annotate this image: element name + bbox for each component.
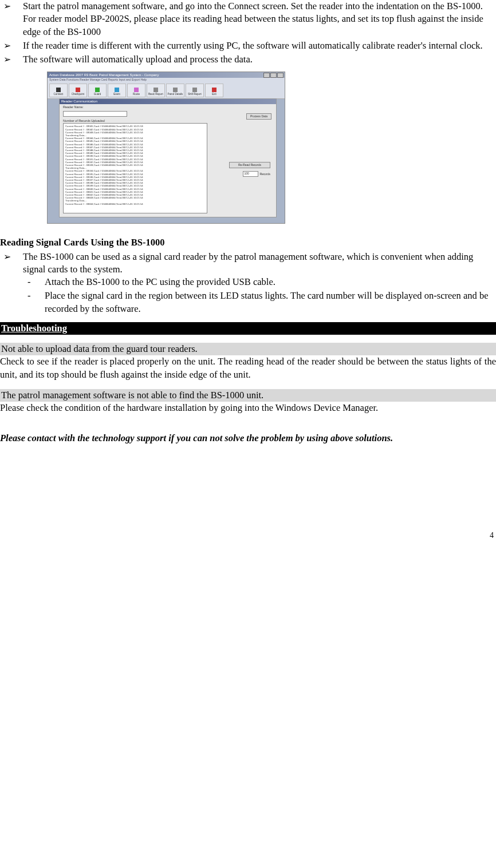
list-item: If the reader time is different with the… [23, 39, 496, 52]
closing-note: Please contact with the technology suppo… [0, 432, 496, 445]
close-icon[interactable] [277, 73, 284, 78]
toolbar: Connect Checkpoint Guard Event Route Bas… [48, 82, 285, 99]
toolbar-label: Event [113, 93, 120, 96]
log-list[interactable]: Current Record # : 33581;Card #:55666406… [63, 123, 207, 213]
toolbar-guard[interactable]: Guard [88, 84, 107, 97]
window-title: Action Database 2007 R3 Basic Patrol Man… [49, 73, 159, 77]
bullet-list-reading: The BS-1000 can be used as a signal card… [0, 251, 496, 315]
event-icon [115, 88, 119, 92]
ts-answer-1: Check to see if the reader is placed pro… [0, 355, 496, 381]
list-item: The BS-1000 can be used as a signal card… [23, 251, 496, 315]
shift-icon [192, 88, 197, 92]
process-data-button[interactable]: Process Data [246, 113, 271, 120]
records-uploaded-label: Number of Records Uploaded [63, 119, 105, 123]
toolbar-label: Connect [54, 93, 64, 96]
list-item: Place the signal card in the region betw… [45, 290, 496, 315]
reread-button[interactable]: Re-Read Records [229, 162, 270, 168]
app-screenshot: Action Database 2007 R3 Basic Patrol Man… [47, 72, 496, 224]
ts-question-2: The patrol management software is not ab… [0, 389, 496, 402]
dialog-title: Reader Communication [60, 99, 276, 104]
toolbar-basic-report[interactable]: Basic Report [147, 84, 165, 97]
toolbar-label: Guard [94, 93, 101, 96]
toolbar-label: Checkpoint [72, 93, 85, 96]
toolbar-label: Basic Report [148, 93, 163, 96]
menu-bar[interactable]: System Data Functions Reader Manage Card… [48, 78, 285, 82]
connect-icon [56, 88, 61, 92]
toolbar-shift-report[interactable]: Shift Report [186, 84, 204, 97]
guard-icon [95, 88, 100, 92]
toolbar-label: Shift Report [188, 93, 202, 96]
checkpoint-icon [76, 88, 80, 92]
route-icon [134, 88, 139, 92]
page-number: 4 [0, 530, 496, 541]
window-titlebar: Action Database 2007 R3 Basic Patrol Man… [48, 72, 285, 78]
list-item: Attach the BS-1000 to the PC using the p… [45, 276, 496, 288]
document-page: Start the patrol management software, an… [0, 0, 496, 558]
ts-question-1: Not able to upload data from the guard t… [0, 343, 496, 355]
heading-reading-signal: Reading Signal Cards Using the BS-1000 [0, 236, 496, 249]
records-row: 100 Records [243, 171, 270, 177]
app-window: Action Database 2007 R3 Basic Patrol Man… [47, 72, 285, 224]
toolbar-connect[interactable]: Connect [49, 84, 68, 97]
toolbar-patrol-details[interactable]: Patrol Details [166, 84, 184, 97]
records-label: Records [259, 172, 270, 176]
dialog: Reader Communication Reader Name: Number… [59, 98, 277, 217]
details-icon [173, 88, 178, 92]
dash-list: Attach the BS-1000 to the PC using the p… [23, 276, 496, 315]
toolbar-label: Route [133, 93, 140, 96]
list-item: The software will automatically upload a… [23, 53, 496, 66]
maximize-icon[interactable] [270, 73, 277, 78]
minimize-icon[interactable] [263, 73, 270, 78]
list-text: The BS-1000 can be used as a signal card… [23, 251, 473, 275]
window-buttons [263, 73, 284, 78]
toolbar-route[interactable]: Route [127, 84, 145, 97]
toolbar-checkpoint[interactable]: Checkpoint [69, 84, 87, 97]
toolbar-label: Patrol Details [168, 93, 183, 96]
heading-text: Troubleshooting [1, 323, 67, 334]
list-item: Start the patrol management software, an… [23, 0, 496, 38]
ts-answer-2: Please check the condition of the hardwa… [0, 402, 496, 414]
heading-troubleshooting: Troubleshooting [0, 322, 496, 335]
toolbar-exit[interactable]: Exit [205, 84, 223, 97]
report-icon [153, 88, 158, 92]
reader-name-row: Reader Name: [60, 104, 276, 110]
records-input[interactable]: 100 [243, 171, 258, 177]
reader-name-label: Reader Name: [63, 105, 84, 109]
toolbar-event[interactable]: Event [108, 84, 126, 97]
reader-name-input[interactable] [63, 111, 127, 117]
exit-icon [212, 88, 216, 92]
toolbar-label: Exit [212, 93, 216, 96]
bullet-list-top: Start the patrol management software, an… [0, 0, 496, 66]
